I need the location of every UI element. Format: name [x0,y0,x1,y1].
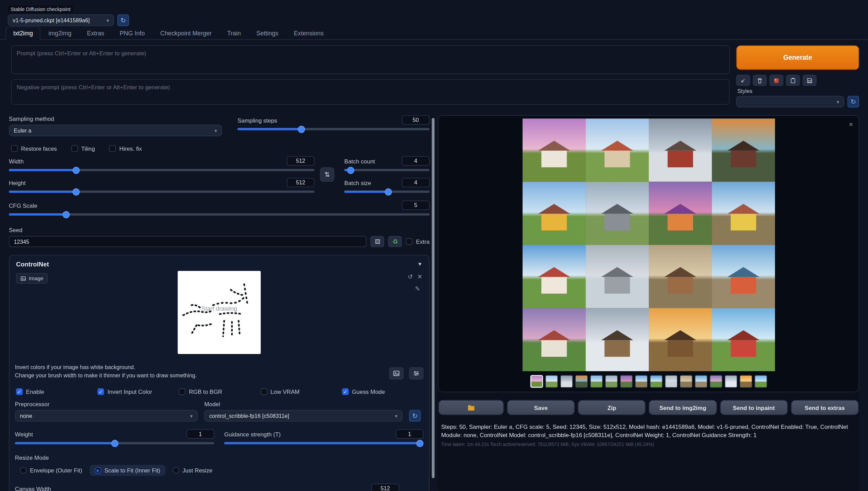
gallery-image-5[interactable] [522,182,585,245]
gallery-thumbnail-12[interactable] [694,375,707,388]
gallery-image-15[interactable] [648,308,712,371]
canvas-width-input[interactable] [372,484,399,491]
negative-prompt-input[interactable] [11,79,729,105]
height-slider[interactable] [9,191,315,193]
cfg-scale-input[interactable] [402,201,430,210]
gallery-image-16[interactable] [712,308,775,371]
hires-fix-checkbox[interactable]: Hires. fix [109,145,142,152]
clear-prompt-button[interactable] [753,75,766,86]
guidance-strength-input[interactable] [396,429,424,438]
controlnet-enable-checkbox[interactable]: Enable [16,388,97,395]
guess-mode-checkbox[interactable]: Guess Mode [342,388,423,395]
controlnet-weight-slider[interactable] [15,442,214,444]
guidance-strength-slider[interactable] [224,442,423,444]
gallery-image-3[interactable] [648,118,712,182]
height-input[interactable] [287,178,315,187]
gallery-thumbnail-13[interactable] [709,375,722,388]
refresh-models-button[interactable]: ↻ [409,410,421,422]
resize-just-resize-radio[interactable]: Just Resize [167,465,218,476]
controlnet-model-dropdown[interactable]: control_scribble-fp16 [c508311e] ▾ [204,410,402,422]
batch-size-input[interactable] [402,178,430,187]
apply-style-button[interactable] [786,75,800,86]
gallery-image-14[interactable] [585,308,648,371]
invert-input-color-checkbox[interactable]: Invert Input Color [97,388,179,395]
gallery-thumbnail-14[interactable] [724,375,737,388]
gallery-thumbnail-11[interactable] [680,375,692,388]
reuse-seed-button[interactable]: ♻ [388,236,402,247]
gallery-thumbnail-7[interactable] [620,375,632,388]
resize-scale-to-fit-radio[interactable]: Scale to Fit (Inner Fit) [90,465,165,476]
tab-train[interactable]: Train [220,26,249,40]
gallery-thumbnail-16[interactable] [754,375,767,388]
undo-icon[interactable]: ↺ [408,273,413,280]
scribble-canvas[interactable]: Start drawing [178,271,261,354]
tab-extensions[interactable]: Extensions [286,26,331,40]
tab-settings[interactable]: Settings [249,26,286,40]
left-scrollbar[interactable] [432,118,435,478]
gallery-image-9[interactable] [522,245,585,308]
gallery-image-8[interactable] [712,182,775,245]
swap-width-height-button[interactable]: ⇅ [320,167,335,182]
upload-image-button[interactable] [389,367,403,379]
tab-img2img[interactable]: img2img [41,26,79,40]
gallery-thumbnail-3[interactable] [560,375,573,388]
rgb-to-bgr-checkbox[interactable]: RGB to BGR [179,388,261,395]
gallery-image-4[interactable] [712,118,775,182]
send-to-img2img-button[interactable]: Send to img2img [649,400,717,415]
generate-button[interactable]: Generate [736,45,859,70]
gallery-thumbnail-6[interactable] [605,375,618,388]
controlnet-header[interactable]: ControlNet ▼ [15,260,424,271]
sampling-steps-input[interactable] [402,115,430,125]
paste-button[interactable]: ↙ [736,75,750,86]
batch-count-slider[interactable] [344,169,430,171]
prompt-input[interactable] [11,45,729,74]
tab-checkpoint-merger[interactable]: Checkpoint Merger [152,26,219,40]
sampling-method-dropdown[interactable]: Euler a ▾ [9,125,222,136]
seed-extra-checkbox[interactable]: Extra [406,238,430,245]
gallery-thumbnail-2[interactable] [545,375,558,388]
brush-icon[interactable]: ✎ [415,285,420,293]
close-gallery-icon[interactable]: × [849,120,853,128]
width-slider[interactable] [9,169,315,171]
gallery-image-12[interactable] [712,245,775,308]
tab-png-info[interactable]: PNG Info [112,26,152,40]
gallery-thumbnail-10[interactable] [665,375,677,388]
resize-envelope-radio[interactable]: Envelope (Outer Fit) [15,465,87,476]
gallery-image-2[interactable] [585,118,648,182]
tiling-checkbox[interactable]: Tiling [71,145,95,152]
zip-button[interactable]: Zip [578,400,646,415]
gallery-thumbnail-1[interactable] [530,375,543,388]
tab-extras[interactable]: Extras [79,26,112,40]
gallery-thumbnail-4[interactable] [575,375,588,388]
send-to-inpaint-button[interactable]: Send to inpaint [720,400,788,415]
batch-count-input[interactable] [402,156,430,165]
gallery-thumbnail-9[interactable] [649,375,662,388]
checkpoint-dropdown[interactable]: v1-5-pruned.ckpt [e1441589a6] ▾ [8,14,114,26]
save-button[interactable]: Save [507,400,575,415]
gallery-image-6[interactable] [585,182,648,245]
open-folder-button[interactable] [438,400,504,415]
refresh-styles-button[interactable]: ↻ [847,96,859,107]
gallery-image-1[interactable] [522,118,585,182]
gallery-image-13[interactable] [522,308,585,371]
controlnet-image-tab[interactable]: Image [16,273,48,284]
gallery-image-10[interactable] [585,245,648,308]
preprocessor-dropdown[interactable]: none ▾ [15,410,198,422]
save-style-button[interactable] [803,75,817,86]
restore-faces-checkbox[interactable]: Restore faces [11,145,57,152]
cfg-scale-slider[interactable] [9,213,430,215]
refresh-checkpoint-button[interactable]: ↻ [117,14,129,26]
low-vram-checkbox[interactable]: Low VRAM [260,388,342,395]
sampling-steps-slider[interactable] [237,128,430,130]
gallery-thumbnail-15[interactable] [739,375,752,388]
batch-size-slider[interactable] [344,191,430,193]
extra-networks-button[interactable] [770,75,783,86]
send-to-extras-button[interactable]: Send to extras [791,400,858,415]
tab-txt2img[interactable]: txt2img [5,26,40,40]
seed-input[interactable] [9,236,367,247]
gallery-image-11[interactable] [648,245,712,308]
gallery-thumbnail-8[interactable] [635,375,647,388]
random-seed-button[interactable]: ⚄ [371,236,384,247]
gallery-thumbnail-5[interactable] [590,375,602,388]
styles-dropdown[interactable]: ▾ [736,96,844,107]
